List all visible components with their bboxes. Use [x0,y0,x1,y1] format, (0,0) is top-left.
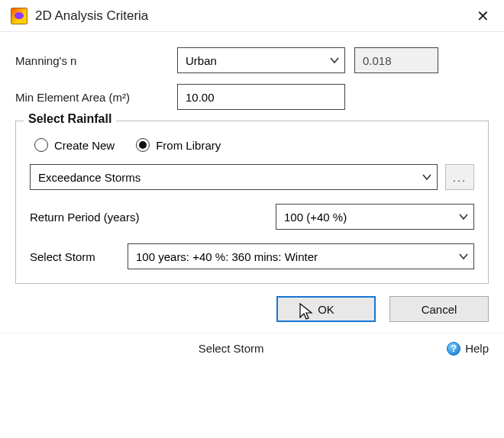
statusbar: Select Storm ? Help [0,333,504,363]
radio-from-library[interactable]: From Library [136,138,221,152]
return-period-label: Return Period (years) [30,211,276,224]
cancel-button-label: Cancel [422,303,457,316]
min-element-area-value: 10.00 [186,91,215,104]
radio-create-new[interactable]: Create New [34,138,115,152]
select-storm-dropdown[interactable]: 100 years: +40 %: 360 mins: Winter [128,243,474,269]
help-link[interactable]: ? Help [447,342,489,356]
window-title: 2D Analysis Criteria [35,8,470,24]
content-area: Manning's n Urban 0.018 Min Element Area… [0,32,504,284]
rainfall-radio-row: Create New From Library [34,138,474,152]
dialog-2d-analysis-criteria: 2D Analysis Criteria ✕ Manning's n Urban… [0,0,504,438]
app-icon [11,8,27,24]
select-rainfall-legend: Select Rainfall [24,112,116,126]
library-dropdown[interactable]: Exceedance Storms [30,164,438,190]
select-storm-selected: 100 years: +40 %: 360 mins: Winter [136,250,318,263]
button-row: OK Cancel [0,284,504,322]
mannings-n-selected: Urban [186,54,217,67]
chevron-down-icon [458,211,469,222]
ok-button-label: OK [318,303,334,316]
chevron-down-icon [422,172,432,182]
close-button[interactable]: ✕ [470,7,495,25]
library-browse-button[interactable]: ... [445,164,474,190]
library-selected: Exceedance Storms [38,171,141,184]
min-element-area-label: Min Element Area (m²) [15,91,168,104]
help-icon: ? [447,342,460,356]
mannings-n-dropdown[interactable]: Urban [177,47,345,73]
ok-button[interactable]: OK [276,296,376,322]
return-period-row: Return Period (years) 100 (+40 %) [30,204,474,230]
return-period-dropdown[interactable]: 100 (+40 %) [276,204,474,230]
mannings-n-value-text: 0.018 [363,54,392,67]
radio-from-library-label: From Library [156,139,221,152]
min-element-area-row: Min Element Area (m²) 10.00 [15,84,489,110]
return-period-selected: 100 (+40 %) [284,211,347,224]
radio-button-selected-icon [136,138,150,152]
ellipsis-icon: ... [453,171,467,184]
radio-create-new-label: Create New [54,139,115,152]
titlebar: 2D Analysis Criteria ✕ [0,0,504,32]
library-row: Exceedance Storms ... [30,164,474,190]
help-label: Help [465,342,489,355]
radio-button-icon [34,138,48,152]
chevron-down-icon [458,251,469,262]
select-rainfall-group: Select Rainfall Create New From Library … [15,121,489,284]
chevron-down-icon [329,55,340,66]
mannings-n-label: Manning's n [15,54,168,67]
select-storm-row: Select Storm 100 years: +40 %: 360 mins:… [30,243,474,269]
mannings-n-row: Manning's n Urban 0.018 [15,47,489,73]
mannings-n-value: 0.018 [354,47,438,73]
status-text: Select Storm [15,342,447,355]
min-element-area-input[interactable]: 10.00 [177,84,345,110]
cancel-button[interactable]: Cancel [389,296,489,322]
select-storm-label: Select Storm [30,250,118,263]
